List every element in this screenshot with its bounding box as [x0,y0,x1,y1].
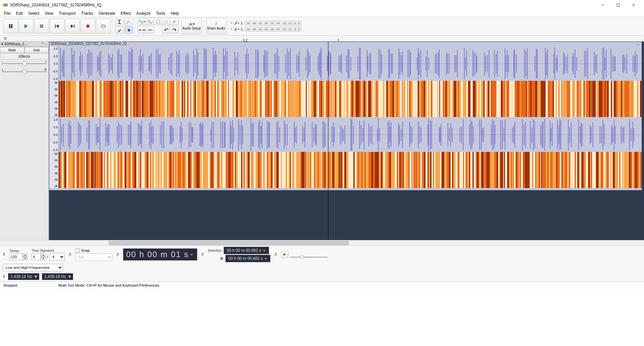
grip-icon[interactable]: ⠿ [201,252,204,257]
selection-end-display[interactable]: 00 h 00 m 00.662 s▼ [225,255,271,262]
playback-meter[interactable]: -54-48-42-36-30-24-18-12-60 [245,27,302,32]
skip-start-button[interactable] [50,19,64,34]
svg-rect-1040 [258,152,259,188]
pan-slider[interactable]: L R [2,68,47,75]
track-close-button[interactable]: ✕ [1,42,4,46]
track-collapse-button[interactable]: ⌃ [41,42,44,46]
timeline-ruler[interactable]: ⚙ 1.2 [0,36,644,42]
window-minimize-button[interactable] [595,0,610,10]
svg-rect-453 [344,81,346,117]
main-time-display[interactable]: 00 h 00 m 01 s▼ [123,248,197,261]
horizontal-scrollbar[interactable] [0,240,644,245]
fit-selection-button[interactable]: ⛶ [154,18,162,25]
menu-analyze[interactable]: Analyze [133,10,153,16]
audio-setup-button[interactable]: 🔊▾ Audio Setup [181,18,202,34]
silence-button[interactable]: ⇢⇠ [146,26,154,34]
window-maximize-button[interactable] [610,0,626,10]
svg-rect-586 [517,81,518,117]
play-at-speed-button[interactable] [281,251,288,258]
selection-settings-button[interactable]: ⚙ [208,256,223,261]
svg-rect-997 [200,152,202,188]
svg-marker-8 [24,24,28,28]
mute-button[interactable]: Mute [0,47,24,53]
menu-edit[interactable]: Edit [13,10,25,16]
envelope-tool-button[interactable] [124,18,133,26]
grip-icon[interactable]: ⠿ [69,252,71,257]
snap-checkbox[interactable]: Snap [75,248,112,253]
window-close-button[interactable] [626,0,641,10]
menu-generate[interactable]: Generate [96,10,118,16]
zoom-in-button[interactable]: 🔍+ [138,18,146,25]
zoom-toggle-button[interactable]: ⤢ [170,18,178,25]
menu-tracks[interactable]: Tracks [78,10,96,16]
waveform-ch1[interactable] [59,47,642,81]
menu-view[interactable]: View [42,10,56,16]
menu-file[interactable]: File [1,10,13,16]
svg-rect-959 [152,152,154,188]
menu-transport[interactable]: Transport [56,10,78,16]
svg-rect-528 [441,81,443,117]
scrollbar-thumb[interactable] [109,241,349,245]
svg-rect-1275 [568,152,568,188]
loop-button[interactable] [96,19,111,34]
svg-rect-1061 [284,152,285,188]
svg-rect-1046 [266,152,267,188]
zoom-out-button[interactable]: 🔍- [146,18,154,25]
menu-tools[interactable]: Tools [153,10,168,16]
speaker-meter-icon[interactable]: 🔊▾ [234,27,239,31]
multi-tool-button[interactable]: ✴ [124,26,133,34]
recording-meter[interactable]: -54-48-42-36-30-24-18-12-60 [245,21,302,25]
grip-icon[interactable]: ⠿ [3,252,5,257]
menu-help[interactable]: Help [168,10,182,16]
svg-rect-229 [60,81,61,117]
low-freq-display[interactable]: 1,439.16 Hz ▼ [8,273,39,280]
grip-icon[interactable]: ⠿ [230,21,233,25]
tempo-input[interactable]: ▲▼ [9,253,28,260]
selection-tool-button[interactable]: Ꮖ [115,18,124,26]
waveform-ch2[interactable] [59,118,642,152]
track-menu-button[interactable]: ⋯ [45,42,48,46]
spectrogram-ch1[interactable] [59,81,642,117]
track-name-label[interactable]: SDRSharp_2… [4,42,41,46]
draw-tool-button[interactable] [115,26,124,34]
trim-button[interactable]: ⇤⇥ [138,26,146,34]
menu-select[interactable]: Select [25,10,42,16]
effects-button[interactable]: Effects [0,53,48,59]
svg-rect-923 [104,152,105,188]
track-view[interactable]: SDRSharp_20240818_182738Z_317924595Hz_IQ… [49,42,644,240]
high-freq-display[interactable]: 1,439.16 Hz ▼ [42,273,73,280]
grip-icon[interactable]: ⠿ [230,27,233,31]
svg-rect-281 [125,81,127,117]
svg-rect-921 [101,152,103,188]
undo-button[interactable]: ↶ [162,26,170,34]
menu-effect[interactable]: Effect [118,10,133,16]
timeline-settings-button[interactable]: ⚙ [0,36,10,41]
pause-button[interactable] [3,19,18,34]
selection-start-display[interactable]: 00 h 00 m 00.662 s▼ [224,247,269,254]
fit-project-button[interactable]: ⬚ [162,18,170,25]
svg-rect-1164 [423,152,423,188]
share-audio-button[interactable]: ⤴ Share Audio [206,18,226,34]
grip-icon[interactable]: ⠿ [274,252,277,257]
record-button[interactable] [80,19,95,34]
stop-button[interactable] [34,19,49,34]
svg-rect-258 [99,81,100,117]
grip-icon[interactable]: ⠿ [116,252,119,257]
timesig-den-select[interactable]: 4 [49,253,65,261]
spectrogram-ch2[interactable] [59,152,642,188]
redo-button[interactable]: ↷ [170,26,178,34]
frequency-mode-select[interactable]: Low and High Frequencies [3,264,63,271]
play-button[interactable] [19,19,34,34]
svg-rect-1280 [572,152,574,188]
grip-icon[interactable]: ⠿ [3,275,5,279]
svg-rect-257 [98,81,99,117]
gain-slider[interactable]: - + [2,60,47,67]
clip-name-label[interactable]: SDRSharp_20240818_182738Z_317924595Hz_IQ [51,42,127,46]
svg-rect-1159 [417,152,417,188]
skip-end-button[interactable] [65,19,80,34]
timesig-num-input[interactable]: ▲▼ [32,253,46,260]
svg-rect-666 [621,81,622,117]
mic-icon[interactable]: 🎤▾ [234,21,239,25]
solo-button[interactable]: Solo [24,47,49,53]
clip-menu-button[interactable]: ⋯ [636,43,640,47]
